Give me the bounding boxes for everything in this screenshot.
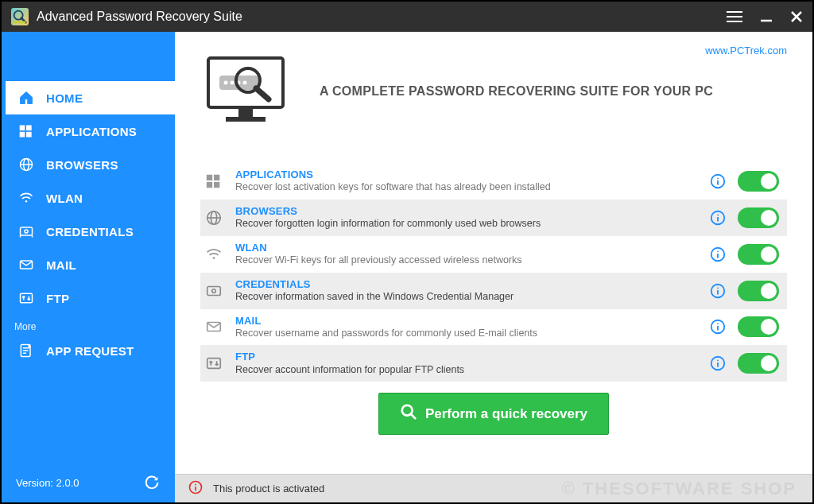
svg-point-29 [231, 81, 235, 85]
refresh-button[interactable] [143, 474, 161, 491]
category-title: APPLICATIONS [235, 169, 698, 181]
windows-icon [17, 122, 35, 140]
sidebar-item-wlan[interactable]: WLAN [2, 181, 175, 215]
sidebar: HOME APPLICATIONS BROWSERS [2, 32, 175, 502]
mail-icon [204, 316, 224, 337]
category-desc: Recover Wi-Fi keys for all previously ac… [235, 254, 698, 267]
wifi-icon [204, 244, 224, 265]
toggle-browsers[interactable] [738, 207, 779, 228]
sidebar-item-label: HOME [46, 91, 83, 105]
category-title: WLAN [235, 242, 698, 254]
svg-rect-36 [207, 182, 212, 188]
toggle-applications[interactable] [738, 171, 779, 192]
sidebar-item-label: CREDENTIALS [46, 225, 134, 238]
close-button[interactable] [790, 10, 803, 23]
toggle-credentials[interactable] [738, 281, 779, 301]
sidebar-item-mail[interactable]: MAIL [2, 248, 175, 281]
minimize-button[interactable] [760, 10, 773, 23]
search-icon [400, 403, 417, 425]
ftp-icon [204, 353, 224, 374]
category-title: BROWSERS [235, 205, 698, 218]
hero-headline: A COMPLETE PASSWORD RECOVERING SUITE FOR… [320, 84, 713, 99]
globe-icon [204, 207, 224, 228]
svg-point-62 [717, 360, 719, 362]
svg-rect-11 [20, 132, 25, 138]
svg-point-28 [224, 81, 228, 85]
svg-rect-37 [214, 182, 219, 188]
status-message: This product is activated [213, 483, 324, 494]
info-button[interactable] [709, 355, 727, 372]
app-title: Advanced Password Recovery Suite [37, 10, 709, 24]
svg-rect-26 [226, 117, 266, 122]
info-button[interactable] [709, 173, 727, 190]
mail-icon [17, 256, 35, 273]
svg-rect-34 [207, 175, 212, 180]
sidebar-item-label: BROWSERS [46, 158, 118, 172]
category-title: MAIL [235, 315, 698, 328]
category-title: CREDENTIALS [235, 278, 698, 291]
info-button[interactable] [709, 209, 727, 227]
svg-rect-60 [207, 359, 221, 369]
app-logo-icon [11, 8, 29, 25]
category-desc: Recover lost activation keys for softwar… [235, 181, 698, 194]
perform-wrap: Perform a quick recovery [200, 393, 787, 435]
svg-point-45 [717, 214, 719, 215]
toggle-ftp[interactable] [738, 353, 779, 374]
sidebar-item-browsers[interactable]: BROWSERS [2, 148, 175, 181]
perform-recovery-button[interactable]: Perform a quick recovery [378, 393, 609, 435]
category-desc: Recover account information for popular … [235, 364, 698, 377]
svg-point-31 [243, 81, 247, 85]
request-icon [17, 342, 35, 359]
svg-rect-12 [26, 132, 32, 138]
toggle-mail[interactable] [738, 316, 779, 337]
category-desc: Recover information saved in the Windows… [235, 291, 698, 304]
info-button[interactable] [709, 282, 727, 300]
svg-rect-2 [13, 21, 26, 24]
sidebar-item-app-request[interactable]: APP REQUEST [2, 334, 175, 367]
svg-rect-17 [21, 227, 33, 235]
credentials-icon [17, 223, 35, 240]
sidebar-more-label: More [2, 315, 175, 334]
body: HOME APPLICATIONS BROWSERS [2, 32, 812, 502]
sidebar-item-label: APP REQUEST [46, 344, 134, 358]
toggle-wlan[interactable] [738, 244, 779, 265]
menu-button[interactable] [727, 10, 742, 23]
category-row-applications: APPLICATIONS Recover lost activation key… [200, 163, 787, 200]
category-row-wlan: WLAN Recover Wi-Fi keys for all previous… [200, 236, 787, 273]
status-info-icon [188, 479, 204, 498]
vendor-link[interactable]: www.PCTrek.com [705, 45, 787, 56]
sidebar-nav: HOME APPLICATIONS BROWSERS [2, 81, 175, 367]
sidebar-item-home[interactable]: HOME [2, 81, 175, 114]
sidebar-item-applications[interactable]: APPLICATIONS [2, 114, 175, 148]
svg-rect-9 [20, 126, 25, 131]
svg-rect-10 [26, 126, 32, 131]
info-button[interactable] [709, 318, 727, 335]
category-row-mail: MAIL Recover username and passwords for … [200, 309, 787, 346]
ftp-icon [17, 289, 35, 307]
category-desc: Recover username and passwords for commo… [235, 328, 698, 340]
sidebar-footer: Version: 2.0.0 [2, 466, 175, 502]
sidebar-item-credentials[interactable]: CREDENTIALS [2, 215, 175, 248]
svg-line-65 [411, 414, 416, 419]
category-row-browsers: BROWSERS Recover forgotten login informa… [200, 200, 787, 236]
info-button[interactable] [709, 246, 727, 263]
svg-point-54 [717, 287, 719, 289]
windows-icon [204, 171, 224, 192]
version-label: Version: 2.0.0 [16, 477, 79, 489]
sidebar-item-label: MAIL [46, 258, 76, 272]
svg-rect-25 [238, 109, 253, 117]
main-content: www.PCTrek.com A C [175, 32, 812, 474]
category-row-ftp: FTP Recover account information for popu… [200, 345, 787, 382]
svg-point-39 [717, 177, 719, 179]
svg-point-52 [212, 289, 216, 293]
svg-rect-22 [21, 293, 33, 303]
svg-point-18 [25, 230, 28, 233]
svg-rect-51 [207, 286, 221, 295]
svg-point-67 [195, 484, 196, 486]
sidebar-item-ftp[interactable]: FTP [2, 281, 175, 315]
svg-point-16 [25, 200, 28, 203]
svg-point-58 [717, 324, 719, 325]
globe-icon [17, 156, 35, 173]
hero-monitor-icon [200, 52, 296, 131]
svg-point-47 [213, 257, 215, 259]
